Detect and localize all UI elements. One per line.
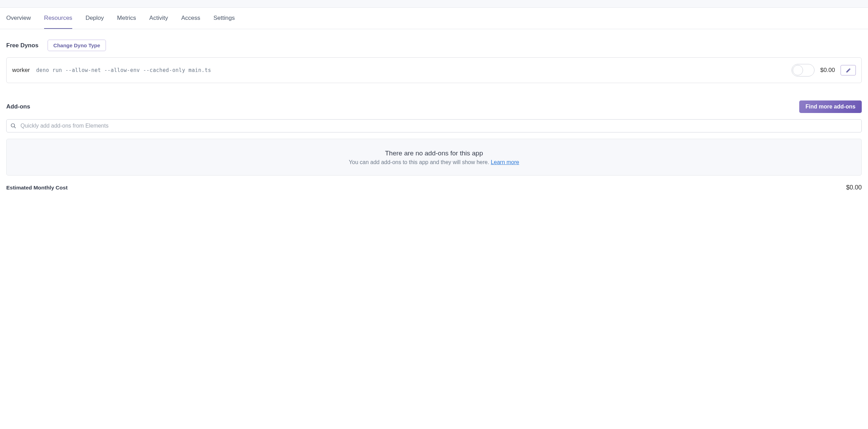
pencil-icon [846, 68, 851, 73]
estimated-cost-value: $0.00 [846, 184, 862, 191]
tab-overview[interactable]: Overview [6, 8, 31, 29]
tab-resources[interactable]: Resources [44, 8, 72, 29]
addons-empty-text: You can add add-ons to this app and they… [349, 159, 491, 165]
addons-title: Add-ons [6, 103, 30, 110]
dynos-section-header: Free Dynos Change Dyno Type [6, 40, 862, 51]
addons-search-wrap [6, 119, 862, 132]
dynos-title: Free Dynos [6, 42, 39, 49]
dyno-row: worker deno run --allow-net --allow-env … [6, 57, 862, 83]
tab-settings[interactable]: Settings [213, 8, 234, 29]
addons-search-input[interactable] [6, 119, 862, 132]
tab-deploy[interactable]: Deploy [85, 8, 104, 29]
search-icon [10, 123, 16, 129]
find-more-addons-button[interactable]: Find more add-ons [799, 100, 862, 113]
tab-activity[interactable]: Activity [149, 8, 168, 29]
addons-empty-title: There are no add-ons for this app [14, 149, 854, 157]
edit-dyno-button[interactable] [841, 65, 856, 75]
tab-access[interactable]: Access [181, 8, 200, 29]
change-dyno-type-button[interactable]: Change Dyno Type [48, 40, 106, 51]
estimated-cost-label: Estimated Monthly Cost [6, 185, 68, 191]
estimated-cost-row: Estimated Monthly Cost $0.00 [6, 184, 862, 191]
dyno-toggle[interactable] [792, 64, 815, 76]
svg-line-1 [14, 127, 16, 128]
tab-metrics[interactable]: Metrics [117, 8, 136, 29]
toggle-knob [793, 65, 803, 75]
addons-empty-subtitle: You can add add-ons to this app and they… [14, 159, 854, 165]
svg-point-0 [11, 124, 15, 127]
dyno-controls: $0.00 [792, 64, 856, 76]
dyno-command: deno run --allow-net --allow-env --cache… [36, 67, 792, 73]
addons-empty-state: There are no add-ons for this app You ca… [6, 139, 862, 176]
dyno-cost: $0.00 [820, 67, 835, 74]
addons-section-header: Add-ons Find more add-ons [6, 100, 862, 113]
dyno-process-type: worker [12, 67, 30, 74]
learn-more-link[interactable]: Learn more [491, 159, 519, 165]
app-tabs: Overview Resources Deploy Metrics Activi… [0, 8, 868, 29]
top-header-strip [0, 0, 868, 8]
